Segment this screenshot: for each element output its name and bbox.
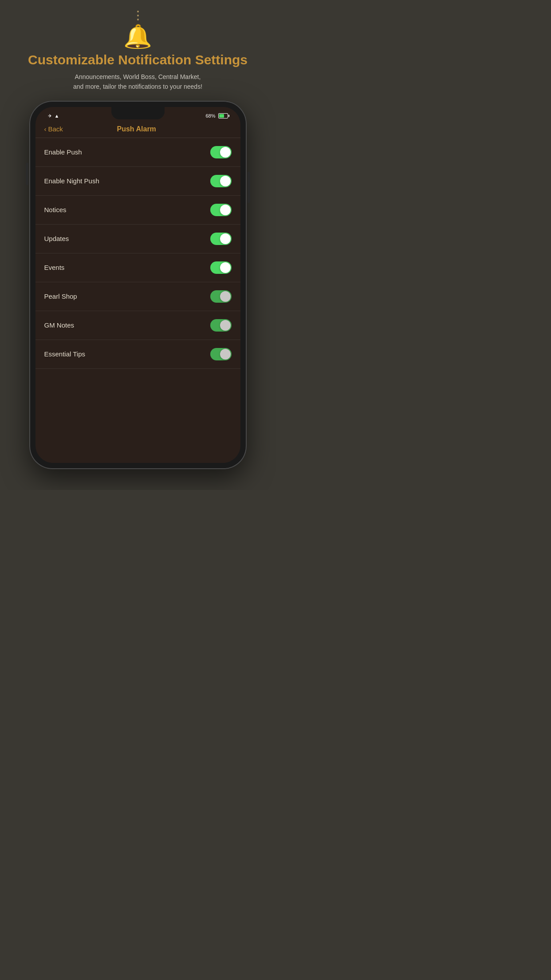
setting-item-gm-notes: GM Notes bbox=[35, 311, 240, 340]
dot-3 bbox=[137, 19, 139, 20]
bell-icon: 🔔 bbox=[123, 25, 152, 48]
status-right: 68% bbox=[205, 113, 228, 119]
settings-list: Enable Push Enable Night Push Notices Up… bbox=[35, 138, 240, 463]
toggle-knob-enable-push bbox=[220, 147, 231, 158]
main-title: Customizable Notification Settings bbox=[19, 52, 256, 67]
toggle-knob-events bbox=[220, 262, 231, 273]
dot-2 bbox=[137, 15, 139, 16]
setting-item-updates: Updates bbox=[35, 225, 240, 253]
setting-label-pearl-shop: Pearl Shop bbox=[44, 292, 77, 300]
toggle-knob-gm-notes bbox=[220, 320, 231, 331]
setting-label-events: Events bbox=[44, 264, 65, 271]
toggle-knob-essential-tips bbox=[220, 349, 231, 360]
status-left: ✈ ▲ bbox=[48, 113, 59, 119]
phone-screen: ✈ ▲ 68% ‹ Back Push Alarm Enable Push bbox=[35, 107, 240, 463]
toggle-enable-push[interactable] bbox=[210, 146, 232, 158]
setting-item-enable-night-push: Enable Night Push bbox=[35, 167, 240, 196]
toggle-knob-enable-night-push bbox=[220, 176, 231, 186]
setting-item-events: Events bbox=[35, 253, 240, 282]
toggle-pearl-shop[interactable] bbox=[210, 290, 232, 303]
setting-label-gm-notes: GM Notes bbox=[44, 321, 75, 329]
setting-label-essential-tips: Essential Tips bbox=[44, 350, 86, 358]
setting-item-enable-push: Enable Push bbox=[35, 138, 240, 167]
back-label[interactable]: Back bbox=[48, 125, 63, 133]
toggle-updates[interactable] bbox=[210, 233, 232, 245]
toggle-enable-night-push[interactable] bbox=[210, 175, 232, 187]
nav-title: Push Alarm bbox=[63, 125, 210, 133]
battery-fill bbox=[219, 114, 224, 118]
battery-icon bbox=[218, 113, 228, 119]
wifi-icon: ▲ bbox=[55, 113, 59, 119]
dot-1 bbox=[137, 11, 139, 12]
subtitle: Announcements, World Boss, Central Marke… bbox=[60, 72, 216, 92]
toggle-knob-pearl-shop bbox=[220, 291, 231, 302]
dots bbox=[137, 11, 139, 20]
setting-item-essential-tips: Essential Tips bbox=[35, 340, 240, 369]
back-button[interactable]: ‹ Back bbox=[44, 125, 63, 133]
phone-frame: ✈ ▲ 68% ‹ Back Push Alarm Enable Push bbox=[29, 101, 247, 469]
toggle-knob-updates bbox=[220, 233, 231, 244]
setting-label-updates: Updates bbox=[44, 235, 69, 242]
setting-label-enable-push: Enable Push bbox=[44, 148, 82, 156]
toggle-events[interactable] bbox=[210, 261, 232, 274]
setting-item-notices: Notices bbox=[35, 196, 240, 225]
nav-bar: ‹ Back Push Alarm bbox=[35, 122, 240, 138]
airplane-icon: ✈ bbox=[48, 113, 52, 119]
setting-item-pearl-shop: Pearl Shop bbox=[35, 282, 240, 311]
notch bbox=[111, 107, 165, 119]
setting-label-enable-night-push: Enable Night Push bbox=[44, 177, 99, 185]
toggle-notices[interactable] bbox=[210, 204, 232, 216]
chevron-left-icon: ‹ bbox=[44, 125, 47, 133]
toggle-gm-notes[interactable] bbox=[210, 319, 232, 332]
top-section: 🔔 Customizable Notification Settings Ann… bbox=[0, 0, 276, 101]
toggle-essential-tips[interactable] bbox=[210, 348, 232, 360]
toggle-knob-notices bbox=[220, 205, 231, 215]
setting-label-notices: Notices bbox=[44, 206, 67, 213]
battery-percent: 68% bbox=[205, 113, 215, 119]
